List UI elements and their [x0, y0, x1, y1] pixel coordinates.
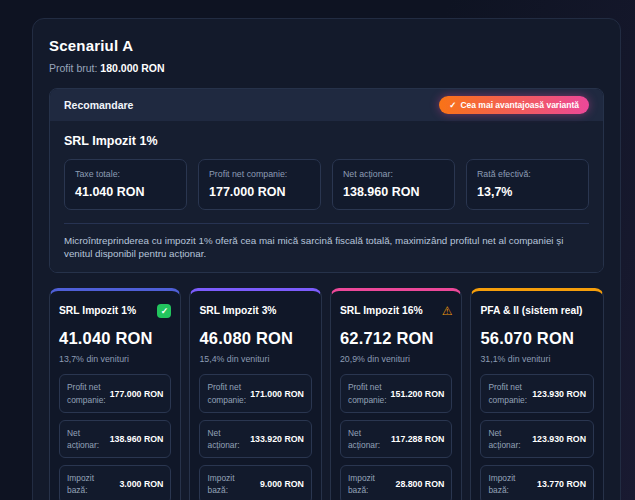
- row-label: Net acționar:: [67, 427, 106, 451]
- row-label: Profit net companie:: [348, 381, 387, 405]
- table-row: Impozit bază: 13.770 RON: [480, 465, 594, 500]
- row-label: Net acționar:: [207, 427, 246, 451]
- stat-value: 41.040 RON: [75, 185, 176, 199]
- scenario-panel: Scenariul A Profit brut: 180.000 RON Rec…: [32, 18, 621, 500]
- card-rows: Profit net companie: 151.200 RON Net acț…: [340, 374, 452, 500]
- recommendation-stats: Taxe totale: 41.040 RON Profit net compa…: [64, 159, 589, 210]
- card-rows: Profit net companie: 171.000 RON Net acț…: [199, 374, 311, 500]
- row-label: Impozit bază:: [207, 472, 255, 496]
- warning-icon: ⚠: [442, 305, 453, 317]
- row-label: Impozit bază:: [67, 472, 115, 496]
- gross-profit-line: Profit brut: 180.000 RON: [49, 62, 604, 74]
- card-rows: Profit net companie: 177.000 RON Net acț…: [59, 374, 171, 500]
- row-label: Profit net companie:: [67, 381, 106, 405]
- divider: [64, 223, 589, 224]
- recommendation-description: Microîntreprinderea cu impozit 1% oferă …: [64, 234, 589, 260]
- table-row: Profit net companie: 177.000 RON: [59, 374, 171, 412]
- stat-taxe-totale: Taxe totale: 41.040 RON: [64, 159, 187, 210]
- card-percent-of-revenue: 13,7% din venituri: [59, 354, 171, 364]
- card-total-taxes: 56.070 RON: [480, 329, 594, 348]
- recommended-option-name: SRL Impozit 1%: [64, 134, 589, 148]
- row-value: 138.960 RON: [110, 434, 164, 444]
- stat-label: Rată efectivă:: [477, 169, 578, 179]
- gross-profit-value: 180.000 RON: [100, 62, 164, 74]
- check-icon: ✓: [157, 304, 171, 318]
- table-row: Impozit bază: 9.000 RON: [199, 465, 311, 500]
- card-total-taxes: 62.712 RON: [340, 329, 452, 348]
- row-label: Net acționar:: [488, 427, 528, 451]
- card-total-taxes: 41.040 RON: [59, 329, 171, 348]
- row-value: 3.000 RON: [119, 479, 163, 489]
- table-row: Net acționar: 138.960 RON: [59, 420, 171, 458]
- table-row: Net acționar: 123.930 RON: [480, 420, 594, 458]
- row-label: Impozit bază:: [348, 472, 392, 496]
- table-row: Net acționar: 133.920 RON: [199, 420, 311, 458]
- card-percent-of-revenue: 15,4% din venituri: [199, 354, 311, 364]
- card-title: SRL Impozit 16%: [340, 305, 423, 316]
- card-header: PFA & II (sistem real): [480, 303, 594, 318]
- card-header: SRL Impozit 1% ✓: [59, 303, 171, 318]
- stat-value: 13,7%: [477, 185, 578, 199]
- gross-profit-label: Profit brut:: [49, 62, 97, 74]
- stat-net-actionar: Net acționar: 138.960 RON: [332, 159, 455, 210]
- stat-value: 138.960 RON: [343, 185, 444, 199]
- row-label: Profit net companie:: [207, 381, 246, 405]
- card-header: SRL Impozit 16% ⚠: [340, 303, 452, 318]
- row-value: 151.200 RON: [391, 389, 445, 399]
- recommendation-body: SRL Impozit 1% Taxe totale: 41.040 RON P…: [50, 121, 603, 272]
- best-option-badge: ✓ Cea mai avantajoasă variantă: [439, 96, 589, 114]
- row-value: 133.920 RON: [250, 434, 304, 444]
- card-title: PFA & II (sistem real): [480, 305, 582, 316]
- row-value: 28.800 RON: [396, 479, 445, 489]
- recommendation-title: Recomandare: [64, 99, 133, 111]
- stat-value: 177.000 RON: [209, 185, 310, 199]
- row-label: Profit net companie:: [488, 381, 528, 405]
- card-srl-impozit-1: SRL Impozit 1% ✓ 41.040 RON 13,7% din ve…: [49, 288, 181, 500]
- stat-rata-efectiva: Rată efectivă: 13,7%: [466, 159, 589, 210]
- row-value: 9.000 RON: [260, 479, 304, 489]
- table-row: Profit net companie: 171.000 RON: [199, 374, 311, 412]
- card-pfa-ii: PFA & II (sistem real) 56.070 RON 31,1% …: [470, 288, 604, 500]
- stat-label: Net acționar:: [343, 169, 444, 179]
- card-header: SRL Impozit 3%: [199, 303, 311, 318]
- recommendation-header: Recomandare ✓ Cea mai avantajoasă varian…: [50, 89, 603, 121]
- row-label: Impozit bază:: [488, 472, 533, 496]
- card-total-taxes: 46.080 RON: [199, 329, 311, 348]
- row-value: 123.930 RON: [532, 434, 586, 444]
- table-row: Impozit bază: 28.800 RON: [340, 465, 452, 500]
- card-srl-impozit-3: SRL Impozit 3% 46.080 RON 15,4% din veni…: [189, 288, 321, 500]
- card-title: SRL Impozit 1%: [59, 305, 136, 316]
- table-row: Impozit bază: 3.000 RON: [59, 465, 171, 500]
- best-option-badge-label: Cea mai avantajoasă variantă: [460, 100, 579, 110]
- row-value: 177.000 RON: [110, 389, 164, 399]
- check-icon: ✓: [449, 100, 456, 110]
- comparison-cards: SRL Impozit 1% ✓ 41.040 RON 13,7% din ve…: [49, 288, 604, 500]
- stat-label: Profit net companie:: [209, 169, 310, 179]
- row-value: 123.930 RON: [532, 389, 586, 399]
- card-rows: Profit net companie: 123.930 RON Net acț…: [480, 374, 594, 500]
- row-label: Net acționar:: [348, 427, 387, 451]
- card-title: SRL Impozit 3%: [199, 305, 276, 316]
- card-percent-of-revenue: 20,9% din venituri: [340, 354, 452, 364]
- row-value: 117.288 RON: [391, 434, 444, 444]
- table-row: Net acționar: 117.288 RON: [340, 420, 452, 458]
- row-value: 171.000 RON: [250, 389, 304, 399]
- stat-label: Taxe totale:: [75, 169, 176, 179]
- card-percent-of-revenue: 31,1% din venituri: [480, 354, 594, 364]
- row-value: 13.770 RON: [537, 479, 586, 489]
- recommendation-section: Recomandare ✓ Cea mai avantajoasă varian…: [49, 88, 604, 273]
- card-srl-impozit-16: SRL Impozit 16% ⚠ 62.712 RON 20,9% din v…: [330, 288, 462, 500]
- table-row: Profit net companie: 123.930 RON: [480, 374, 594, 412]
- table-row: Profit net companie: 151.200 RON: [340, 374, 452, 412]
- stat-profit-net: Profit net companie: 177.000 RON: [198, 159, 321, 210]
- page-title: Scenariul A: [49, 37, 604, 54]
